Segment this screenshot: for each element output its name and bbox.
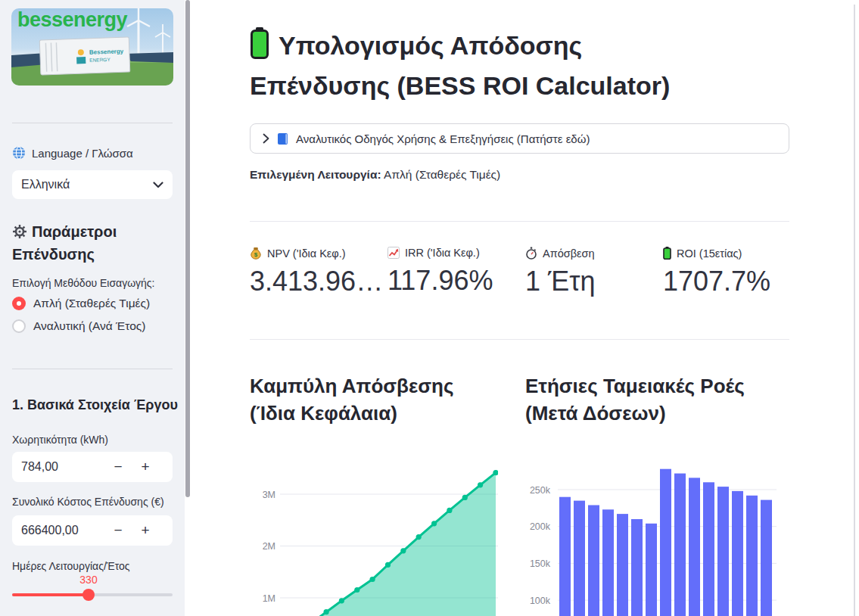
chevron-right-icon xyxy=(263,133,269,144)
total-cost-input[interactable] xyxy=(21,524,104,537)
cashflow-chart-title: Ετήσιες Ταμειακές Ροές (Μετά Δόσεων) xyxy=(525,372,779,427)
total-cost-plus-button[interactable]: + xyxy=(132,515,159,546)
language-label-text: Language / Γλώσσα xyxy=(32,147,133,160)
radio-unselected-icon[interactable] xyxy=(12,319,26,333)
svg-text:200k: 200k xyxy=(530,521,551,532)
sidebar-divider-2 xyxy=(12,369,173,369)
logo-container-text-2: ENERGY xyxy=(89,57,110,63)
capacity-input[interactable] xyxy=(21,460,104,474)
header-contact-text: Τηλ: 888, liveshoppinggreece@gmail.com xyxy=(250,0,859,5)
divider-1 xyxy=(250,221,789,222)
days-slider-fill xyxy=(12,593,89,596)
guide-expander[interactable]: Αναλυτικός Οδηγός Χρήσης & Επεξηγήσεις (… xyxy=(250,123,789,154)
metric-npv: $ NPV ('Ιδια Κεφ.) 3.413.96… xyxy=(250,247,384,297)
params-heading: Παράμετροι Επένδυσης xyxy=(12,222,173,265)
capacity-label: Χωρητικότητα (kWh) xyxy=(12,434,108,446)
payback-chart-svg[interactable]: 1M2M3M xyxy=(250,446,498,616)
language-select[interactable]: Ελληνικά xyxy=(12,170,173,199)
battery-icon xyxy=(250,27,269,68)
metric-payback-label: Απόσβεση xyxy=(543,247,595,260)
language-label: Language / Γλώσσα xyxy=(12,146,133,160)
metric-roi: ROI (15ετίας) 1707.7% xyxy=(663,247,798,297)
selected-mode-value: Απλή (Σταθερές Τιμές) xyxy=(384,168,500,181)
selected-mode-label: Επιλεγμένη Λειτουργία: xyxy=(250,168,381,181)
app-window: Bessenergy ENERGY bessenergy Language / … xyxy=(0,0,859,616)
main-scrollbar-track[interactable] xyxy=(854,5,855,616)
divider-2 xyxy=(250,339,789,340)
capacity-input-box: − + xyxy=(12,452,173,482)
radio-simple-label: Απλή (Σταθερές Τιμές) xyxy=(33,297,150,310)
globe-icon xyxy=(12,146,26,160)
sidebar: Bessenergy ENERGY bessenergy Language / … xyxy=(0,0,185,616)
logo-container-text-1: Bessenergy xyxy=(89,48,124,56)
sidebar-scrollbar[interactable] xyxy=(185,0,190,497)
chevron-down-icon xyxy=(153,182,163,188)
payback-chart-title: Καμπύλη Απόσβεσης (Ίδια Κεφάλαια) xyxy=(250,372,503,427)
gear-icon xyxy=(12,224,27,244)
section1-heading: 1. Βασικά Στοιχεία Έργου xyxy=(12,397,178,413)
metric-irr-value: 117.96% xyxy=(387,265,522,297)
brand-wordmark: bessenergy xyxy=(17,8,127,32)
capacity-plus-button[interactable]: + xyxy=(132,452,159,482)
page-title-line1: Υπολογισμός Απόδοσης xyxy=(279,31,582,60)
radio-detailed-label: Αναλυτική (Ανά Έτος) xyxy=(33,319,145,333)
days-slider-label: Ημέρες Λειτουργίας/Έτος xyxy=(12,560,130,572)
metric-npv-label: NPV ('Ιδια Κεφ.) xyxy=(267,247,346,260)
money-bag-icon: $ xyxy=(250,247,262,260)
chart-up-icon xyxy=(387,247,400,259)
metric-npv-value: 3.413.96… xyxy=(250,266,384,297)
guide-expander-label: Αναλυτικός Οδηγός Χρήσης & Επεξηγήσεις (… xyxy=(296,132,590,145)
capacity-minus-button[interactable]: − xyxy=(104,452,132,482)
total-cost-input-box: − + xyxy=(12,515,173,546)
svg-text:2M: 2M xyxy=(263,541,275,552)
days-slider-thumb[interactable] xyxy=(82,589,95,601)
svg-text:$: $ xyxy=(254,251,258,258)
logo-image: Bessenergy ENERGY bessenergy xyxy=(11,8,173,86)
svg-text:1M: 1M xyxy=(263,593,275,604)
book-icon xyxy=(277,132,288,145)
days-slider-track[interactable] xyxy=(12,593,173,596)
metric-payback-label-row: Απόσβεση xyxy=(525,247,660,260)
metric-roi-value: 1707.7% xyxy=(663,266,798,297)
cashflow-chart-svg[interactable]: 250k200k150k100k xyxy=(525,446,789,616)
metric-roi-label-row: ROI (15ετίας) xyxy=(663,247,798,260)
metric-roi-label: ROI (15ετίας) xyxy=(677,247,742,260)
selected-mode-line: Επιλεγμένη Λειτουργία: Απλή (Σταθερές Τι… xyxy=(250,168,500,182)
radio-simple-mode[interactable]: Απλή (Σταθερές Τιμές) xyxy=(12,297,150,310)
svg-text:3M: 3M xyxy=(263,490,275,500)
svg-text:100k: 100k xyxy=(530,596,551,606)
metric-payback: Απόσβεση 1 Έτη xyxy=(525,247,660,297)
page-title: Υπολογισμός Απόδοσης Επένδυσης (BESS ROI… xyxy=(250,27,789,104)
metric-payback-value: 1 Έτη xyxy=(525,266,660,297)
metric-irr-label-row: IRR ('Ιδια Κεφ.) xyxy=(387,247,522,259)
radio-detailed-mode[interactable]: Αναλυτική (Ανά Έτος) xyxy=(12,319,145,333)
total-cost-label: Συνολικό Κόστος Επένδυσης (€) xyxy=(12,496,164,508)
radio-selected-icon[interactable] xyxy=(12,297,26,310)
metric-irr-label: IRR ('Ιδια Κεφ.) xyxy=(405,247,480,259)
battery-icon xyxy=(663,247,671,260)
svg-text:150k: 150k xyxy=(530,558,551,569)
method-label: Επιλογή Μεθόδου Εισαγωγής: xyxy=(12,277,155,289)
total-cost-minus-button[interactable]: − xyxy=(104,515,132,546)
days-slider-value: 330 xyxy=(66,574,111,586)
language-select-value: Ελληνικά xyxy=(21,178,153,191)
main-content: Τηλ: 888, liveshoppinggreece@gmail.com Υ… xyxy=(250,0,789,616)
sidebar-divider-1 xyxy=(12,123,173,123)
params-heading-text: Παράμετροι Επένδυσης xyxy=(12,223,117,263)
metric-irr: IRR ('Ιδια Κεφ.) 117.96% xyxy=(387,247,522,297)
page-title-line2: Επένδυσης (BESS ROI Calculator) xyxy=(250,71,670,100)
stopwatch-icon xyxy=(525,247,537,260)
metric-npv-label-row: $ NPV ('Ιδια Κεφ.) xyxy=(250,247,384,260)
svg-text:250k: 250k xyxy=(530,485,551,496)
